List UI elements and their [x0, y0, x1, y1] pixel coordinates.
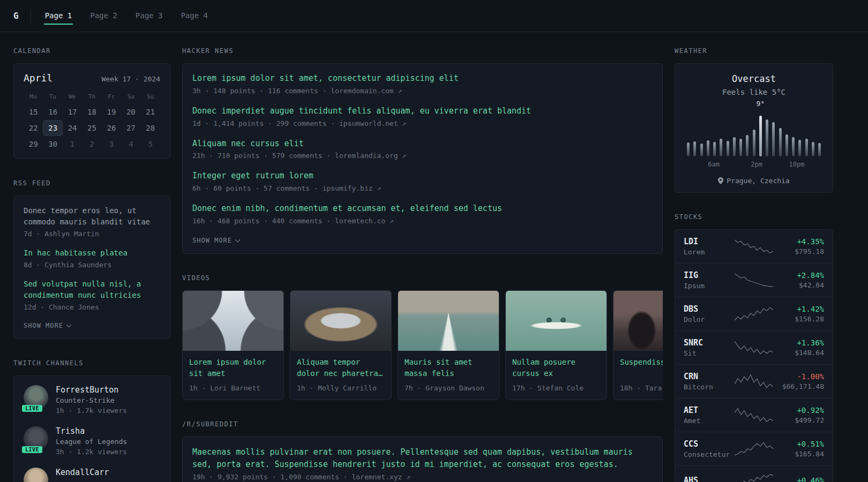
twitch-channel-name[interactable]: ForrestBurton: [56, 385, 127, 395]
twitch-channel-game[interactable]: League of Legends: [56, 438, 127, 446]
top-navigation-bar: G Page 1 Page 2 Page 3 Page 4: [0, 0, 868, 32]
stock-price: $165.84: [775, 450, 824, 458]
stock-row[interactable]: AET Amet +0.92% $499.72: [675, 398, 833, 432]
stock-sparkline: [733, 238, 775, 254]
video-meta: 7h · Grayson Dawson: [398, 382, 499, 400]
video-title[interactable]: Suspendisse diam: [613, 351, 663, 382]
twitch-channel-row[interactable]: LIVE Trisha League of Legends 3h · 1.2k …: [24, 426, 160, 456]
twitch-channel-row[interactable]: LIVE ForrestBurton Counter-Strike 1h · 1…: [24, 385, 160, 415]
stock-ticker[interactable]: CRN: [684, 372, 733, 381]
twitch-channel-name[interactable]: Trisha: [56, 426, 127, 436]
stock-row[interactable]: DBS Dolor +1.42% $156.28: [675, 297, 833, 330]
hacker-news-item-domain[interactable]: ipsumworld.net: [339, 119, 398, 127]
stock-row[interactable]: CRN Bitcorn -1.00% $66,171.48: [675, 364, 833, 398]
avatar[interactable]: [24, 468, 48, 482]
stock-row[interactable]: SNRC Sit +1.36% $148.64: [675, 330, 833, 364]
tab-page-1[interactable]: Page 1: [44, 7, 73, 25]
twitch-channel-name[interactable]: KendallCarr: [56, 468, 109, 477]
stock-row[interactable]: CCS Consectetur +0.51% $165.84: [675, 432, 833, 465]
live-badge: LIVE: [22, 446, 42, 453]
weather-condition: Overcast: [685, 73, 823, 84]
video-thumbnail[interactable]: [290, 291, 391, 351]
video-thumbnail[interactable]: [183, 291, 283, 351]
calendar-widget: CALENDAR April Week 17 · 2024 Mo Tu We T…: [13, 47, 170, 159]
hacker-news-item-stats: 6h · 60 points · 57 comments ·: [192, 184, 318, 192]
stock-ticker[interactable]: IIG: [684, 270, 733, 280]
rss-item-title[interactable]: In hac habitasse platea: [24, 247, 160, 259]
hacker-news-item-stats: 16h · 468 points · 440 comments ·: [192, 217, 331, 225]
hacker-news-item-title[interactable]: Integer eget rutrum lorem: [192, 170, 653, 182]
stock-row[interactable]: LDI Lorem +4.35% $795.18: [675, 230, 833, 263]
video-card[interactable]: Suspendisse diam 18h · Tara: [613, 290, 663, 400]
external-link-icon: ↗: [406, 473, 410, 481]
subreddit-section-title: /R/SUBREDDIT: [182, 420, 663, 428]
video-card[interactable]: Aliquam tempor dolor nec pharetra… 1h · …: [290, 290, 392, 400]
video-card[interactable]: Nullam posuere cursus ex 17h · Stefan Co…: [505, 290, 607, 400]
stock-ticker[interactable]: SNRC: [684, 338, 733, 348]
video-thumbnail[interactable]: [506, 291, 607, 351]
hacker-news-item-domain[interactable]: ipsumify.biz: [323, 184, 373, 192]
twitch-section-title: TWITCH CHANNELS: [13, 359, 170, 367]
stock-sparkline: [733, 441, 775, 457]
rss-item-title[interactable]: Donec tempor eros leo, ut commodo mauris…: [24, 205, 160, 228]
stock-sparkline: [733, 272, 775, 288]
page-tabs: Page 1 Page 2 Page 3 Page 4: [44, 7, 209, 25]
calendar-section-title: CALENDAR: [13, 47, 170, 55]
twitch-channel-game[interactable]: Counter-Strike: [56, 396, 127, 404]
video-card[interactable]: Lorem ipsum dolor sit amet consectetu… 1…: [182, 290, 284, 400]
twitch-channel-row[interactable]: LIVE KendallCarr: [24, 468, 160, 482]
hacker-news-item-domain[interactable]: loremdomain.com: [331, 87, 393, 95]
hacker-news-item-title[interactable]: Lorem ipsum dolor sit amet, consectetur …: [192, 73, 653, 85]
live-badge: LIVE: [22, 405, 42, 412]
rss-show-more-label: SHOW MORE: [24, 322, 63, 329]
video-title[interactable]: Nullam posuere cursus ex: [506, 351, 607, 382]
hacker-news-item-meta: 21h · 710 points · 579 comments · loreml…: [192, 152, 653, 160]
rss-item: In hac habitasse platea 8d · Cynthia Sau…: [24, 247, 160, 269]
stock-change: -1.00%: [775, 372, 824, 381]
subreddit-post-domain[interactable]: loremnet.xyz: [351, 473, 402, 481]
stock-sparkline: [733, 373, 775, 389]
video-title[interactable]: Aliquam tempor dolor nec pharetra…: [290, 351, 391, 382]
subreddit-post-title[interactable]: Maecenas mollis pulvinar erat non posuer…: [192, 446, 653, 471]
tab-page-3[interactable]: Page 3: [134, 7, 164, 25]
hacker-news-item-title[interactable]: Donec enim nibh, condimentum et accumsan…: [192, 203, 653, 215]
stock-row[interactable]: AHS +0.46%: [675, 465, 833, 482]
calendar-day: 30: [43, 136, 62, 152]
stock-ticker[interactable]: LDI: [684, 237, 733, 246]
calendar-day-selected: 23: [43, 120, 62, 136]
video-thumbnail[interactable]: [613, 291, 663, 351]
hacker-news-item-domain[interactable]: loremlandia.org: [335, 152, 398, 160]
hacker-news-item-title[interactable]: Aliquam nec cursus elit: [192, 138, 653, 150]
hacker-news-item-domain[interactable]: loremtech.co: [335, 217, 385, 225]
stock-ticker[interactable]: AHS: [684, 476, 733, 482]
stock-name: Consectetur: [684, 450, 733, 458]
calendar-year: 2024: [144, 75, 160, 83]
calendar-day-header: Th: [82, 90, 101, 104]
stock-sparkline: [733, 306, 775, 322]
rss-widget: RSS FEED Donec tempor eros leo, ut commo…: [13, 179, 170, 339]
stock-ticker[interactable]: AET: [684, 405, 733, 415]
video-title[interactable]: Lorem ipsum dolor sit amet consectetu…: [183, 351, 283, 382]
weather-time-tick: 10pm: [789, 161, 805, 168]
stock-ticker[interactable]: CCS: [684, 439, 733, 449]
hacker-news-widget: HACKER NEWS Lorem ipsum dolor sit amet, …: [182, 47, 663, 254]
video-thumbnail[interactable]: [398, 291, 499, 351]
calendar-card: April Week 17 · 2024 Mo Tu We Th Fr Sa S…: [13, 63, 170, 159]
hacker-news-show-more-button[interactable]: SHOW MORE: [192, 237, 240, 244]
stock-ticker[interactable]: DBS: [684, 304, 733, 314]
stock-name: Sit: [684, 349, 733, 357]
stock-change: +4.35%: [775, 237, 824, 246]
video-title[interactable]: Mauris sit amet massa felis: [398, 351, 499, 382]
rss-show-more-button[interactable]: SHOW MORE: [24, 322, 71, 329]
tab-page-2[interactable]: Page 2: [89, 7, 118, 25]
subreddit-post: Maecenas mollis pulvinar erat non posuer…: [192, 446, 653, 481]
hacker-news-item-title[interactable]: Donec imperdiet augue tincidunt felis al…: [192, 106, 653, 117]
stock-row[interactable]: IIG Ipsum +2.84% $42.04: [675, 263, 833, 297]
video-card[interactable]: Mauris sit amet massa felis 7h · Grayson…: [398, 290, 499, 400]
rss-item-title[interactable]: Sed volutpat nulla nisl, a condimentum n…: [24, 278, 160, 301]
app-logo[interactable]: G: [13, 11, 19, 21]
stock-change: +1.42%: [775, 305, 824, 313]
tab-page-4[interactable]: Page 4: [179, 7, 209, 25]
calendar-day-header: Su: [141, 90, 160, 104]
stock-values: +0.46%: [775, 476, 824, 482]
